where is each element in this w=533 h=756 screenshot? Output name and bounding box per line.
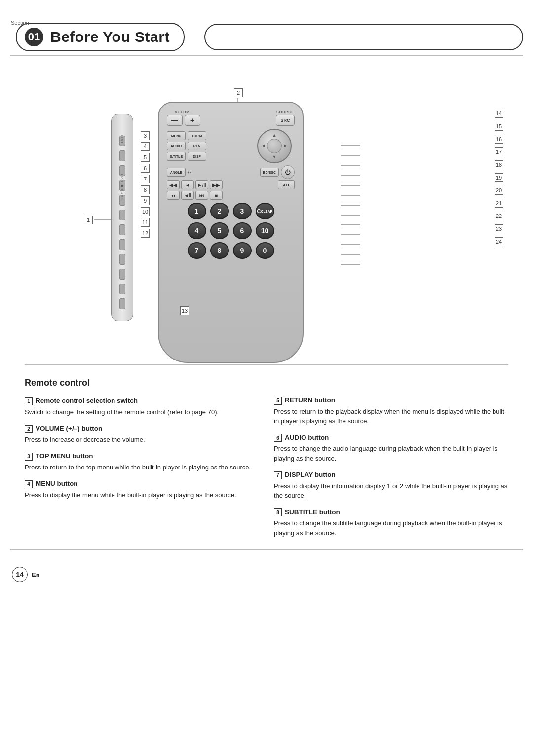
num-10-btn[interactable]: 10 — [256, 222, 274, 239]
rc-text-2: Press to increase or decrease the volume… — [25, 435, 259, 445]
rc-title-7: DISPLAY button — [285, 471, 336, 478]
diag-label-14: 14 — [495, 109, 503, 118]
main-remote: VOLUME — + SOURCE SRC MENU TOP.M — [158, 102, 304, 363]
src-btn[interactable]: SRC — [276, 115, 295, 126]
volume-label: VOLUME — [175, 110, 192, 114]
side-remote: DVD B/Y·L■·DVD — [111, 114, 133, 321]
vol-minus-btn[interactable]: — — [167, 115, 183, 126]
rc-item-5: 5 RETURN button Press to return to the p… — [274, 396, 508, 426]
rc-num-5: 5 — [274, 397, 282, 405]
diagram-label-1: 1 — [84, 216, 93, 224]
diag-label-6: 6 — [141, 164, 150, 173]
num-6-btn[interactable]: 6 — [233, 222, 252, 239]
section-title: Before You Start — [50, 29, 170, 45]
bd-esc-btn[interactable]: BD/ESC — [260, 168, 279, 177]
fwd-btn[interactable]: ▶▶ — [210, 180, 223, 189]
diag-label-11: 11 — [141, 218, 150, 227]
rc-right-column: 5 RETURN button Press to return to the p… — [274, 374, 508, 545]
diag-label-10: 10 — [141, 207, 150, 216]
num-9-btn[interactable]: 9 — [233, 242, 252, 259]
diag-label-12: 12 — [141, 229, 150, 238]
rc-num-3: 3 — [25, 453, 33, 461]
prev-btn[interactable]: ◄ — [181, 180, 194, 189]
rc-text-6: Press to change the audio language durin… — [274, 444, 508, 463]
skip-fwd-btn[interactable]: ⏭ — [195, 191, 208, 200]
rc-item-6: 6 AUDIO button Press to change the audio… — [274, 434, 508, 464]
diag-label-21: 21 — [495, 199, 503, 208]
num-4-btn[interactable]: 4 — [188, 222, 206, 239]
diag-label-22: 22 — [495, 212, 503, 220]
rc-text-1: Switch to change the setting of the remo… — [25, 407, 259, 417]
diag-label-24: 24 — [495, 237, 503, 246]
rc-heading: Remote control — [25, 378, 259, 388]
rc-item-7: 7 DISPLAY button Press to display the in… — [274, 471, 508, 501]
rc-item-4: 4 MENU button Press to display the menu … — [25, 480, 259, 500]
rc-item-2: 2 VOLUME (+/–) button Press to increase … — [25, 425, 259, 444]
rc-title-6: AUDIO button — [285, 434, 329, 441]
rc-title-1: Remote control selection switch — [36, 397, 138, 404]
rc-num-4: 4 — [25, 480, 33, 488]
rc-title-5: RETURN button — [285, 396, 335, 404]
rc-num-1: 1 — [25, 397, 33, 405]
c-clear-btn[interactable]: CCLEAR — [256, 203, 274, 219]
num-3-btn[interactable]: 3 — [233, 203, 252, 219]
rc-text-3: Press to return to the top menu while th… — [25, 463, 259, 472]
joystick[interactable]: ▲ ▼ ◄ ► — [257, 129, 292, 163]
diag-label-9: 9 — [141, 196, 150, 205]
rc-num-2: 2 — [25, 425, 33, 433]
rew-btn[interactable]: ◀◀ — [167, 180, 180, 189]
vol-plus-btn[interactable]: + — [185, 115, 200, 126]
rc-title-4: MENU button — [36, 480, 77, 487]
stop-btn[interactable]: ■ — [210, 191, 223, 200]
num-8-btn[interactable]: 8 — [210, 242, 229, 259]
menu-btn[interactable]: MENU — [167, 131, 186, 140]
diag-label-4: 4 — [141, 142, 150, 151]
topm-btn[interactable]: TOP.M — [188, 131, 206, 140]
play-pause-btn[interactable]: ►/II — [195, 180, 208, 189]
section-number: 01 — [25, 28, 43, 46]
diag-label-19: 19 — [495, 173, 503, 182]
num-7-btn[interactable]: 7 — [188, 242, 206, 259]
rc-num-8: 8 — [274, 508, 282, 516]
rc-num-7: 7 — [274, 471, 282, 479]
rc-item-8: 8 SUBTITLE button Press to change the su… — [274, 508, 508, 538]
rc-num-6: 6 — [274, 434, 282, 442]
section-label: Section — [11, 20, 29, 26]
rc-text-8: Press to change the subtitle language du… — [274, 518, 508, 538]
diag-label-5: 5 — [141, 153, 150, 162]
diag-label-3: 3 — [141, 131, 150, 140]
num-5-btn[interactable]: 5 — [210, 222, 229, 239]
rc-item-1: 1 Remote control selection switch Switch… — [25, 397, 259, 417]
angle-btn[interactable]: ANGLE — [167, 168, 186, 177]
rc-text-5: Press to return to the playback display … — [274, 407, 508, 426]
att-btn[interactable]: ATT — [278, 180, 295, 189]
footer-lang: En — [32, 571, 40, 578]
section-box: 01 Before You Start — [16, 23, 185, 51]
rc-item-3: 3 TOP MENU button Press to return to the… — [25, 452, 259, 472]
diag-label-20: 20 — [495, 186, 503, 195]
stitle-btn[interactable]: S.TITLE — [167, 152, 186, 161]
diag-label-8: 8 — [141, 185, 150, 194]
page-number: 14 — [12, 567, 28, 582]
diag-label-23: 23 — [495, 224, 503, 233]
diag-label-18: 18 — [495, 160, 503, 169]
num-0-btn[interactable]: 0 — [256, 242, 274, 259]
rc-text-7: Press to display the information display… — [274, 481, 508, 501]
source-label: SOURCE — [276, 110, 294, 114]
disp-btn[interactable]: DISP — [188, 152, 206, 161]
rtn-btn[interactable]: RTN — [188, 142, 206, 150]
num-2-btn[interactable]: 2 — [210, 203, 229, 219]
diagram-label-2: 2 — [234, 88, 243, 97]
rc-left-column: Remote control 1 Remote control selectio… — [25, 374, 259, 545]
footer: 14 En — [0, 560, 533, 589]
diag-label-7: 7 — [141, 175, 150, 183]
audio-btn[interactable]: AUDIO — [167, 142, 186, 150]
rc-title-8: SUBTITLE button — [285, 508, 340, 516]
diag-label-15: 15 — [495, 122, 503, 131]
power-btn[interactable]: ⏻ — [281, 165, 295, 179]
num-1-btn[interactable]: 1 — [188, 203, 206, 219]
diag-label-13: 13 — [180, 306, 189, 315]
rc-text-4: Press to display the menu while the buil… — [25, 490, 259, 500]
skip-back-btn[interactable]: ⏮ — [167, 191, 180, 200]
frame-back-btn[interactable]: ◄II — [181, 191, 194, 200]
